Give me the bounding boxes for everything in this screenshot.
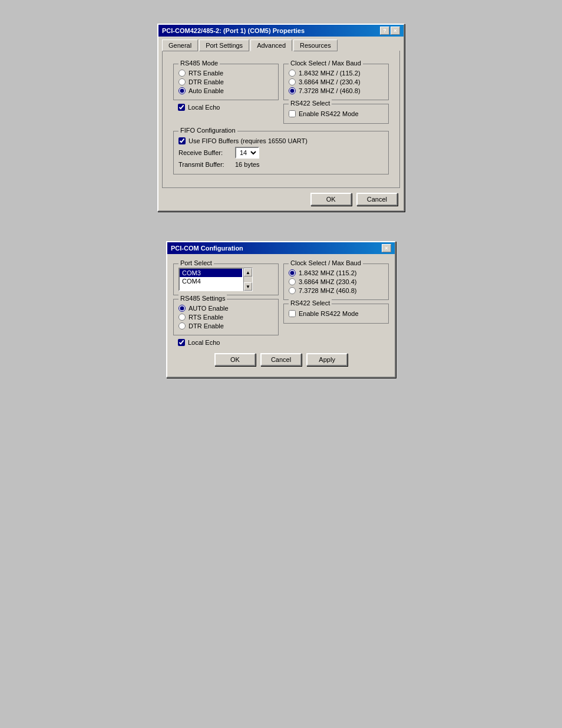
- radio-auto-input-1[interactable]: [178, 87, 186, 94]
- use-fifo-item[interactable]: Use FIFO Buffers (requires 16550 UART): [178, 137, 384, 144]
- radio-clock1-2[interactable]: 1.8432 MHZ (115.2): [289, 269, 384, 276]
- tab-port-settings[interactable]: Port Settings: [199, 39, 249, 51]
- radio-dtr-label-1: DTR Enable: [189, 78, 224, 85]
- radio-clock1-label-1: 1.8432 MHZ / (115.2): [299, 70, 361, 77]
- port-com4[interactable]: COM4: [180, 277, 242, 285]
- radio-rts-label-2: RTS Enable: [189, 314, 223, 321]
- port-select-listbox[interactable]: COM3 COM4: [178, 268, 243, 291]
- local-echo-label-2: Local Echo: [188, 339, 220, 346]
- radio-clock2-label-2: 3.6864 MHZ (230.4): [299, 278, 356, 285]
- clock-select-section-1: Clock Select / Max Baud 1.8432 MHZ / (11…: [283, 60, 389, 127]
- radio-rts-input-1[interactable]: [178, 70, 186, 77]
- radio-clock1-label-2: 1.8432 MHZ (115.2): [299, 269, 356, 276]
- title-bar-buttons-1: ? ×: [380, 27, 400, 35]
- radio-clock1-input-1[interactable]: [289, 70, 296, 77]
- radio-rts-2[interactable]: RTS Enable: [178, 314, 273, 321]
- dialog1: PCI-COM422/485-2: (Port 1) (COM5) Proper…: [157, 24, 405, 212]
- rs422-checkbox-2[interactable]: [289, 310, 296, 317]
- clock-select-label-1: Clock Select / Max Baud: [289, 60, 363, 67]
- title-bar-2: PCI-COM Configuration ×: [167, 242, 395, 254]
- title-bar-1: PCI-COM422/485-2: (Port 1) (COM5) Proper…: [158, 25, 404, 37]
- rs422-select-label-1: RS422 Select: [289, 100, 332, 107]
- tab-advanced[interactable]: Advanced: [250, 39, 292, 51]
- rs485-settings-group: RS485 Settings AUTO Enable RTS Enable DT…: [173, 299, 279, 335]
- radio-clock3-input-1[interactable]: [289, 87, 296, 94]
- apply-button[interactable]: Apply: [306, 353, 348, 366]
- radio-rts-input-2[interactable]: [178, 314, 186, 321]
- receive-buffer-label: Receive Buffer:: [178, 149, 232, 156]
- radio-rts-enable-1[interactable]: RTS Enable: [178, 70, 273, 77]
- radio-clock1-1[interactable]: 1.8432 MHZ / (115.2): [289, 70, 384, 77]
- dialog2-right: Clock Select / Max Baud 1.8432 MHZ (115.…: [283, 260, 389, 348]
- radio-clock2-input-1[interactable]: [289, 78, 296, 85]
- radio-dtr-label-2: DTR Enable: [189, 322, 224, 330]
- radio-clock2-input-2[interactable]: [289, 278, 296, 285]
- rs485-settings-label: RS485 Settings: [178, 295, 227, 302]
- dialog1-content: RS485 Mode RTS Enable DTR Enable Auto En…: [162, 51, 400, 188]
- local-echo-2[interactable]: Local Echo: [178, 339, 279, 346]
- radio-auto-label-2: AUTO Enable: [189, 305, 229, 312]
- radio-auto-enable-1[interactable]: Auto Enable: [178, 87, 273, 94]
- local-echo-label-1: Local Echo: [188, 104, 220, 111]
- port-com3[interactable]: COM3: [180, 269, 242, 277]
- use-fifo-checkbox[interactable]: [178, 137, 186, 144]
- radio-clock1-input-2[interactable]: [289, 269, 296, 276]
- scroll-down-arrow[interactable]: ▼: [244, 282, 252, 291]
- port-scrollbar[interactable]: ▲ ▼: [243, 268, 253, 291]
- tab-resources[interactable]: Resources: [293, 39, 338, 51]
- rs422-enable-2[interactable]: Enable RS422 Mode: [289, 310, 384, 317]
- scroll-up-arrow[interactable]: ▲: [244, 268, 252, 276]
- rs422-select-group-1: RS422 Select Enable RS422 Mode: [283, 104, 389, 124]
- radio-dtr-enable-1[interactable]: DTR Enable: [178, 78, 273, 85]
- radio-auto-label-1: Auto Enable: [189, 87, 224, 94]
- rs485-mode-group: RS485 Mode RTS Enable DTR Enable Auto En…: [173, 64, 279, 100]
- rs422-select-label-2: RS422 Select: [289, 299, 332, 307]
- radio-clock2-1[interactable]: 3.6864 MHZ / (230.4): [289, 78, 384, 85]
- radio-clock3-input-2[interactable]: [289, 287, 296, 294]
- dialog2-left: Port Select COM3 COM4 ▲ ▼ RS485: [173, 260, 279, 348]
- ok-button-1[interactable]: OK: [310, 193, 352, 206]
- cancel-button-1[interactable]: Cancel: [356, 193, 398, 206]
- ok-button-2[interactable]: OK: [214, 353, 256, 366]
- radio-dtr-input-2[interactable]: [178, 322, 186, 330]
- dialog1-button-row: OK Cancel: [158, 188, 404, 210]
- radio-clock2-2[interactable]: 3.6864 MHZ (230.4): [289, 278, 384, 285]
- dialog1-inner: RS485 Mode RTS Enable DTR Enable Auto En…: [168, 57, 394, 182]
- rs422-enable-1[interactable]: Enable RS422 Mode: [289, 110, 384, 117]
- tabs-bar-1: General Port Settings Advanced Resources: [158, 37, 404, 51]
- receive-buffer-row: Receive Buffer: 14 1 4 8: [178, 147, 384, 159]
- radio-auto-2[interactable]: AUTO Enable: [178, 305, 273, 312]
- radio-clock3-2[interactable]: 7.3728 MHZ (460.8): [289, 287, 384, 294]
- dialog2: PCI-COM Configuration × Port Select COM3…: [166, 241, 396, 378]
- radio-auto-input-2[interactable]: [178, 305, 186, 312]
- rs422-checkbox-1[interactable]: [289, 110, 296, 117]
- dialog2-title: PCI-COM Configuration: [171, 245, 243, 252]
- port-select-label: Port Select: [178, 259, 214, 266]
- radio-dtr-input-1[interactable]: [178, 78, 186, 85]
- clock-select-group-1: Clock Select / Max Baud 1.8432 MHZ / (11…: [283, 64, 389, 100]
- clock-select-group-2: Clock Select / Max Baud 1.8432 MHZ (115.…: [283, 263, 389, 300]
- receive-buffer-select[interactable]: 14 1 4 8: [235, 147, 259, 159]
- local-echo-checkbox-2[interactable]: [178, 339, 185, 346]
- help-button-1[interactable]: ?: [380, 27, 389, 35]
- rs422-enable-label-1: Enable RS422 Mode: [299, 110, 359, 117]
- local-echo-1[interactable]: Local Echo: [178, 104, 279, 111]
- transmit-buffer-label: Transmit Buffer:: [178, 161, 232, 168]
- radio-dtr-2[interactable]: DTR Enable: [178, 322, 273, 330]
- use-fifo-label: Use FIFO Buffers (requires 16550 UART): [189, 137, 308, 144]
- radio-clock3-label-1: 7.3728 MHZ / (460.8): [299, 87, 361, 94]
- dialog2-button-row: OK Cancel Apply: [173, 348, 389, 371]
- tab-general[interactable]: General: [162, 39, 198, 51]
- cancel-button-2[interactable]: Cancel: [260, 353, 302, 366]
- close-button-2[interactable]: ×: [382, 244, 391, 252]
- fifo-config-label: FIFO Configuration: [178, 127, 237, 134]
- radio-clock3-1[interactable]: 7.3728 MHZ / (460.8): [289, 87, 384, 94]
- close-button-1[interactable]: ×: [391, 27, 400, 35]
- rs422-enable-label-2: Enable RS422 Mode: [299, 310, 359, 317]
- rs485-mode-label: RS485 Mode: [178, 60, 220, 67]
- port-select-listbox-container: COM3 COM4 ▲ ▼: [178, 268, 273, 291]
- transmit-buffer-value: 16 bytes: [235, 161, 260, 168]
- radio-clock2-label-1: 3.6864 MHZ / (230.4): [299, 78, 361, 85]
- local-echo-checkbox-1[interactable]: [178, 104, 185, 111]
- rs485-mode-section: RS485 Mode RTS Enable DTR Enable Auto En…: [173, 60, 279, 127]
